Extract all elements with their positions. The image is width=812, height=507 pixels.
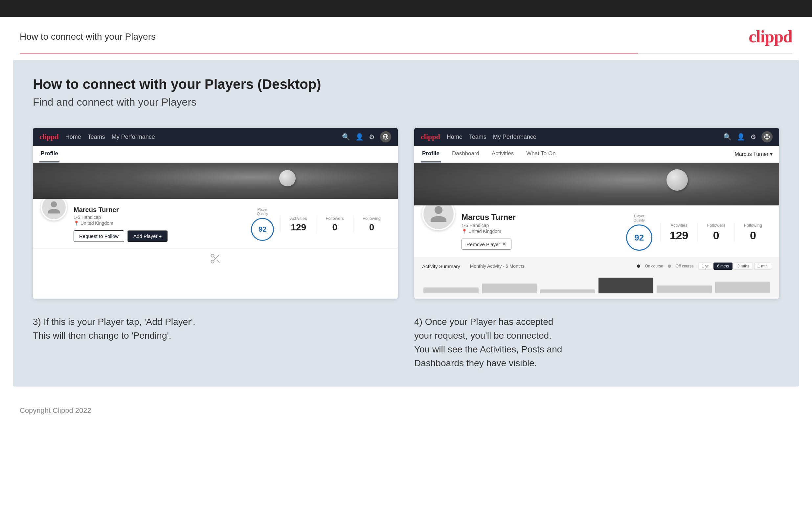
right-stat-followers: Followers 0 — [697, 223, 734, 242]
right-quality-label: PlayerQuality — [626, 214, 652, 223]
left-edit-area — [33, 248, 398, 268]
right-quality-value: 92 — [634, 233, 644, 243]
left-profile-content: Marcus Turner 1-5 Handicap 📍 United King… — [33, 199, 398, 248]
activity-title: Activity Summary — [422, 264, 460, 269]
close-icon-remove: ✕ — [502, 241, 507, 247]
left-stat-followers: Followers 0 — [316, 216, 353, 233]
legend-offcourse-label: Off course — [676, 264, 694, 269]
right-activity-bar: Activity Summary Monthly Activity · 6 Mo… — [414, 257, 779, 299]
bar-1 — [423, 287, 478, 293]
description-right-text: 4) Once your Player has acceptedyour req… — [414, 315, 779, 370]
location-pin-icon-right: 📍 — [461, 229, 467, 234]
globe-icon-left[interactable] — [380, 131, 391, 143]
header-divider — [20, 53, 792, 54]
left-player-handicap: 1-5 Handicap — [73, 215, 238, 220]
tab-profile-right[interactable]: Profile — [421, 146, 441, 162]
left-nav-logo: clippd — [39, 132, 59, 141]
bell-icon-left[interactable]: ⚙ — [369, 133, 375, 141]
description-right: 4) Once your Player has acceptedyour req… — [414, 315, 779, 370]
plus-icon: + — [159, 233, 162, 239]
right-nav-icons: 🔍 👤 ⚙ — [723, 131, 773, 143]
right-nav-performance[interactable]: My Performance — [493, 133, 537, 140]
svg-line-5 — [216, 260, 219, 262]
user-icon-right[interactable]: 👤 — [737, 133, 745, 141]
page-header-title: How to connect with your Players — [20, 32, 156, 42]
globe-icon-right[interactable] — [761, 131, 773, 143]
right-stat-following: Following 0 — [734, 223, 771, 242]
main-title: How to connect with your Players (Deskto… — [33, 76, 779, 92]
left-nav-teams[interactable]: Teams — [88, 133, 105, 140]
left-nav-icons: 🔍 👤 ⚙ — [342, 131, 391, 143]
top-bar — [0, 0, 812, 17]
right-quality-circle: 92 — [626, 224, 652, 251]
bar-4 — [599, 278, 654, 293]
right-activity-header: Activity Summary Monthly Activity · 6 Mo… — [422, 263, 771, 270]
svg-point-3 — [211, 260, 214, 263]
left-nav-home[interactable]: Home — [65, 133, 81, 140]
clippd-logo-header: clippd — [749, 27, 792, 46]
screenshots-row: clippd Home Teams My Performance 🔍 👤 ⚙ — [33, 128, 779, 299]
right-nav-home[interactable]: Home — [447, 133, 462, 140]
bar-6 — [715, 282, 770, 293]
tab-what-to-on-right[interactable]: What To On — [525, 146, 557, 162]
request-follow-button[interactable]: Request to Follow — [73, 230, 124, 242]
tab-activities-right[interactable]: Activities — [491, 146, 515, 162]
bell-icon-right[interactable]: ⚙ — [750, 133, 756, 141]
banner-image-left — [33, 163, 398, 199]
right-player-actions: Remove Player ✕ — [461, 238, 612, 250]
right-nav-logo: clippd — [421, 132, 440, 141]
search-icon-left[interactable]: 🔍 — [342, 133, 350, 141]
descriptions-row: 3) If this is your Player tap, 'Add Play… — [33, 315, 779, 370]
activity-period: Monthly Activity · 6 Months — [470, 264, 524, 269]
screenshot-left: clippd Home Teams My Performance 🔍 👤 ⚙ — [33, 128, 398, 299]
bar-3 — [540, 289, 595, 293]
location-pin-icon-left: 📍 — [73, 221, 79, 226]
left-quality-value: 92 — [258, 225, 266, 234]
right-profile-info: Marcus Turner 1-5 Handicap 📍 United King… — [461, 211, 612, 250]
username-dropdown-right[interactable]: Marcus Turner ▾ — [734, 151, 773, 157]
bar-2 — [482, 284, 537, 293]
bar-5 — [657, 285, 712, 293]
right-profile-row: Marcus Turner 1-5 Handicap 📍 United King… — [422, 211, 771, 251]
description-left-text: 3) If this is your Player tap, 'Add Play… — [33, 315, 398, 343]
filter-1mth[interactable]: 1 mth — [754, 263, 771, 270]
copyright-text: Copyright Clippd 2022 — [20, 406, 91, 414]
filter-3mths[interactable]: 3 mths — [734, 263, 753, 270]
screenshot-right: clippd Home Teams My Performance 🔍 👤 ⚙ — [414, 128, 779, 299]
left-banner — [33, 163, 398, 199]
filter-6mths[interactable]: 6 mths — [713, 263, 732, 270]
golf-ball-right — [666, 169, 688, 191]
left-tabs: Profile — [33, 146, 398, 163]
right-player-name: Marcus Turner — [461, 213, 612, 222]
chart-legend: On course Off course — [637, 264, 694, 269]
left-profile-info: Marcus Turner 1-5 Handicap 📍 United King… — [73, 204, 238, 242]
left-player-name: Marcus Turner — [73, 206, 238, 214]
left-player-location: 📍 United Kingdom — [73, 221, 238, 226]
tab-dashboard-right[interactable]: Dashboard — [451, 146, 480, 162]
right-player-handicap: 1-5 Handicap — [461, 223, 612, 228]
filter-1yr[interactable]: 1 yr — [698, 263, 712, 270]
banner-image-right — [414, 163, 779, 206]
right-nav-teams[interactable]: Teams — [469, 133, 487, 140]
left-profile-row: Marcus Turner 1-5 Handicap 📍 United King… — [41, 204, 390, 242]
remove-player-button[interactable]: Remove Player ✕ — [461, 238, 511, 250]
legend-oncourse-label: On course — [645, 264, 663, 269]
right-banner — [414, 163, 779, 206]
page-header: How to connect with your Players clippd — [0, 17, 812, 46]
user-icon-left[interactable]: 👤 — [355, 133, 364, 141]
left-stat-activities: Activities 129 — [281, 216, 316, 233]
description-left: 3) If this is your Player tap, 'Add Play… — [33, 315, 398, 370]
page-footer: Copyright Clippd 2022 — [0, 400, 812, 421]
add-player-button[interactable]: Add Player + — [128, 230, 167, 242]
left-quality-label: PlayerQuality — [251, 208, 274, 216]
right-tabs-bar: Profile Dashboard Activities What To On … — [414, 146, 779, 163]
left-stat-following: Following 0 — [353, 216, 390, 233]
left-player-actions: Request to Follow Add Player + — [73, 230, 238, 242]
tab-profile-left[interactable]: Profile — [39, 146, 59, 162]
right-stats-row: PlayerQuality 92 Activities 129 Follower… — [618, 211, 771, 251]
main-subtitle: Find and connect with your Players — [33, 96, 779, 108]
search-icon-right[interactable]: 🔍 — [723, 133, 731, 141]
left-nav-performance[interactable]: My Performance — [112, 133, 155, 140]
main-content: How to connect with your Players (Deskto… — [13, 60, 799, 387]
left-nav: clippd Home Teams My Performance 🔍 👤 ⚙ — [33, 128, 398, 146]
